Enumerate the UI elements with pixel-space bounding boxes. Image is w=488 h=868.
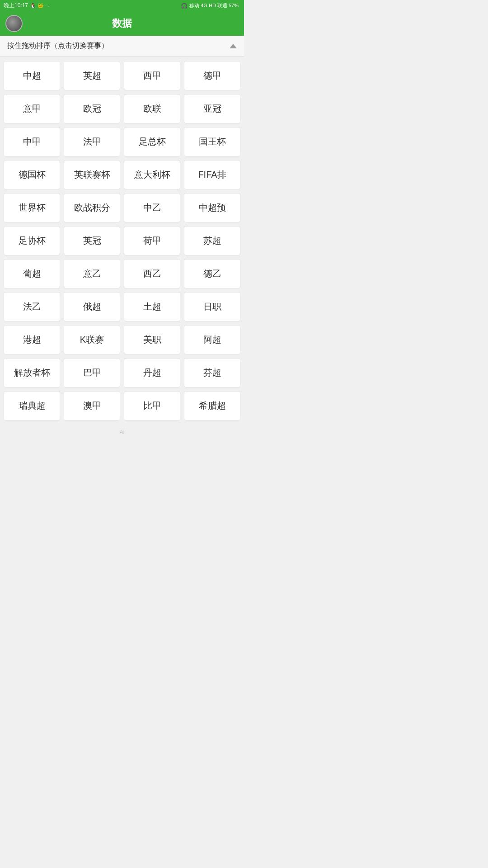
- league-item[interactable]: K联赛: [64, 325, 120, 354]
- league-item[interactable]: 欧冠: [64, 94, 120, 123]
- league-item[interactable]: 中甲: [4, 127, 60, 156]
- notification-icons: 🐧 🐸 ...: [30, 3, 49, 9]
- league-item[interactable]: 瑞典超: [4, 391, 60, 420]
- league-item[interactable]: 日职: [184, 292, 240, 321]
- watermark: Ai: [0, 425, 244, 439]
- sort-bar[interactable]: 按住拖动排序（点击切换赛事）: [0, 36, 244, 57]
- league-item[interactable]: 德国杯: [4, 160, 60, 189]
- league-item[interactable]: 意甲: [4, 94, 60, 123]
- league-item[interactable]: 德甲: [184, 61, 240, 90]
- league-item[interactable]: 澳甲: [64, 391, 120, 420]
- league-item[interactable]: 比甲: [124, 391, 180, 420]
- league-item[interactable]: 足总杯: [124, 127, 180, 156]
- league-item[interactable]: 西乙: [124, 259, 180, 288]
- league-item[interactable]: 阿超: [184, 325, 240, 354]
- league-item[interactable]: 芬超: [184, 358, 240, 387]
- league-item[interactable]: 中超预: [184, 193, 240, 222]
- league-item[interactable]: 中乙: [124, 193, 180, 222]
- status-time: 晚上10:17 🐧 🐸 ...: [4, 2, 49, 9]
- page-title: 数据: [112, 17, 132, 30]
- league-item[interactable]: 德乙: [184, 259, 240, 288]
- chevron-up-icon[interactable]: [230, 44, 237, 48]
- league-item[interactable]: 意乙: [64, 259, 120, 288]
- headphone-icon: 🎧: [181, 3, 188, 9]
- time-display: 晚上10:17: [4, 2, 28, 9]
- league-item[interactable]: 港超: [4, 325, 60, 354]
- league-item[interactable]: 欧联: [124, 94, 180, 123]
- app-header: 数据: [0, 11, 244, 36]
- sort-label: 按住拖动排序（点击切换赛事）: [7, 41, 108, 51]
- league-item[interactable]: 法甲: [64, 127, 120, 156]
- league-item[interactable]: 足协杯: [4, 226, 60, 255]
- avatar[interactable]: [5, 15, 23, 32]
- league-item[interactable]: 葡超: [4, 259, 60, 288]
- league-item[interactable]: 欧战积分: [64, 193, 120, 222]
- league-item[interactable]: 西甲: [124, 61, 180, 90]
- league-item[interactable]: 丹超: [124, 358, 180, 387]
- league-item[interactable]: 英联赛杯: [64, 160, 120, 189]
- league-grid: 中超英超西甲德甲意甲欧冠欧联亚冠中甲法甲足总杯国王杯德国杯英联赛杯意大利杯FIF…: [0, 57, 244, 425]
- league-item[interactable]: 法乙: [4, 292, 60, 321]
- league-item[interactable]: 苏超: [184, 226, 240, 255]
- league-item[interactable]: 意大利杯: [124, 160, 180, 189]
- league-item[interactable]: 土超: [124, 292, 180, 321]
- sort-main-label: 按住拖动排序: [7, 42, 51, 49]
- league-item[interactable]: 世界杯: [4, 193, 60, 222]
- status-right-icons: 🎧 移动 4G HD 联通 57%: [181, 2, 240, 9]
- league-item[interactable]: 解放者杯: [4, 358, 60, 387]
- league-item[interactable]: 俄超: [64, 292, 120, 321]
- status-bar: 晚上10:17 🐧 🐸 ... 🎧 移动 4G HD 联通 57%: [0, 0, 244, 11]
- league-item[interactable]: 国王杯: [184, 127, 240, 156]
- signal-icons: 移动 4G HD 联通 57%: [189, 2, 239, 9]
- league-item[interactable]: 英冠: [64, 226, 120, 255]
- league-item[interactable]: 希腊超: [184, 391, 240, 420]
- league-item[interactable]: 英超: [64, 61, 120, 90]
- league-item[interactable]: 亚冠: [184, 94, 240, 123]
- league-item[interactable]: 巴甲: [64, 358, 120, 387]
- league-item[interactable]: 荷甲: [124, 226, 180, 255]
- sort-sub-label: （点击切换赛事）: [51, 42, 108, 49]
- league-item[interactable]: 中超: [4, 61, 60, 90]
- league-item[interactable]: FIFA排: [184, 160, 240, 189]
- league-item[interactable]: 美职: [124, 325, 180, 354]
